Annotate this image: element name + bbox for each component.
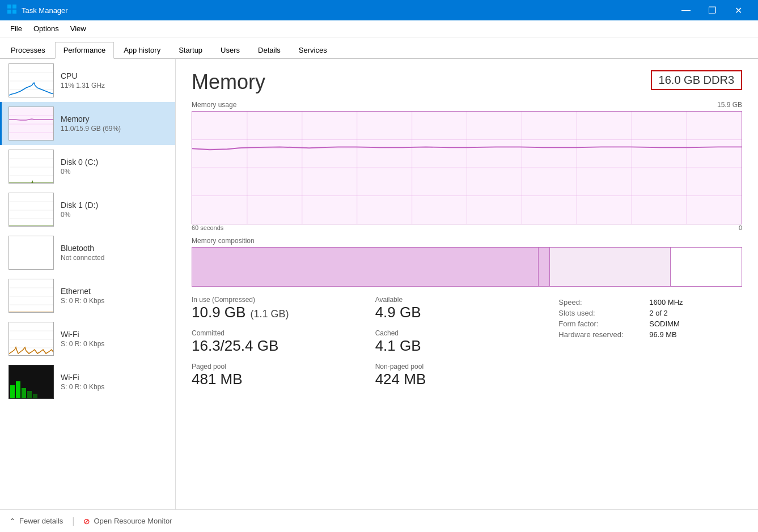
sidebar-item-wifi2[interactable]: Wi-Fi S: 0 R: 0 Kbps [0,360,175,403]
open-monitor-label[interactable]: Open Resource Monitor [94,517,172,525]
memory-usage-section: Memory usage 15.9 GB [192,101,742,231]
bluetooth-thumbnail [9,236,54,270]
svg-rect-12 [9,150,54,184]
stat-paged-label: Paged pool [192,363,375,371]
minimize-button[interactable]: — [673,0,699,20]
sidebar-item-memory[interactable]: Memory 11.0/15.9 GB (69%) [0,102,175,145]
stat-cached-value: 4.1 GB [375,337,559,355]
menu-options[interactable]: Options [28,22,65,35]
tabbar: Processes Performance App history Startu… [0,37,758,59]
detail-speed-key: Speed: [558,298,649,307]
sidebar-item-ethernet[interactable]: Ethernet S: 0 R: 0 Kbps [0,274,175,317]
stat-cached-label: Cached [375,329,559,337]
titlebar: Task Manager — ❐ ✕ [0,0,758,20]
disk0-usage: 0% [61,168,168,176]
wifi1-name: Wi-Fi [61,330,168,339]
detail-slots-key: Slots used: [558,309,649,317]
bluetooth-info: Bluetooth Not connected [61,244,168,262]
disk1-usage: 0% [61,211,168,219]
composition-bar [192,247,742,287]
memory-type-badge: 16.0 GB DDR3 [651,70,742,90]
svg-rect-32 [22,388,26,398]
sidebar-item-disk1[interactable]: Disk 1 (D:) 0% [0,188,175,231]
disk0-thumbnail [9,150,54,184]
detail-form-val: SODIMM [649,320,679,328]
memory-composition-section: Memory composition [192,237,742,287]
chart-max-label: 15.9 GB [717,101,742,109]
stat-inuse: In use (Compressed) 10.9 GB (1.1 GB) [192,296,375,321]
detail-hwreserved-row: Hardware reserved: 96.9 MB [558,330,742,339]
monitor-icon: ⊘ [83,517,90,526]
svg-rect-2 [7,10,11,14]
stat-committed-label: Committed [192,329,375,337]
cpu-info: CPU 11% 1.31 GHz [61,71,168,90]
stat-available-label: Available [375,296,559,304]
svg-rect-34 [33,394,37,398]
detail-panel: Memory 16.0 GB DDR3 Memory usage 15.9 GB [176,59,758,509]
open-resource-monitor-btn[interactable]: ⊘ Open Resource Monitor [83,517,172,526]
disk0-info: Disk 0 (C:) 0% [61,158,168,176]
chart-time-right: 0 [739,224,742,231]
fewer-details-label[interactable]: Fewer details [19,517,63,525]
comp-inuse [192,248,538,286]
svg-rect-33 [27,391,32,398]
stat-available-value: 4.9 GB [375,304,559,321]
disk1-name: Disk 1 (D:) [61,201,168,210]
tab-performance[interactable]: Performance [55,42,114,59]
tab-users[interactable]: Users [212,42,248,58]
ethernet-info: Ethernet S: 0 R: 0 Kbps [61,287,168,305]
memory-usage: 11.0/15.9 GB (69%) [61,125,168,133]
menu-file[interactable]: File [5,22,28,35]
disk1-thumbnail [9,193,54,227]
stats-grid: In use (Compressed) 10.9 GB (1.1 GB) Com… [192,296,742,396]
stat-cached: Cached 4.1 GB [375,329,559,355]
chart-labels: Memory usage 15.9 GB [192,101,742,109]
tab-apphistory[interactable]: App history [115,42,169,58]
wifi2-speed: S: 0 R: 0 Kbps [61,383,168,391]
svg-rect-4 [9,64,54,97]
footer: ⌃ Fewer details | ⊘ Open Resource Monito… [0,509,758,532]
menu-view[interactable]: View [65,22,92,35]
detail-speed-val: 1600 MHz [649,298,683,307]
maximize-button[interactable]: ❐ [699,0,725,20]
comp-standby [549,248,670,286]
svg-rect-25 [9,322,54,356]
sidebar-item-cpu[interactable]: CPU 11% 1.31 GHz [0,59,175,102]
stat-inuse-sub: (1.1 GB) [250,308,289,320]
comp-free [670,248,742,286]
svg-rect-21 [9,279,54,313]
composition-label: Memory composition [192,237,742,245]
tab-services[interactable]: Services [290,42,336,58]
ethernet-speed: S: 0 R: 0 Kbps [61,297,168,305]
close-button[interactable]: ✕ [725,0,751,20]
detail-form-row: Form factor: SODIMM [558,320,742,328]
detail-title: Memory [192,70,265,94]
svg-rect-30 [10,385,15,398]
tab-details[interactable]: Details [249,42,289,58]
memory-usage-chart [192,111,742,224]
memory-thumbnail [9,107,54,141]
main-area: CPU 11% 1.31 GHz Memory 11.0/15.9 GB (69… [0,59,758,509]
stat-inuse-label: In use (Compressed) [192,296,375,304]
bluetooth-name: Bluetooth [61,244,168,253]
sidebar-item-bluetooth[interactable]: Bluetooth Not connected [0,231,175,274]
window-title: Task Manager [22,6,68,15]
cpu-usage: 11% 1.31 GHz [61,82,168,90]
tab-processes[interactable]: Processes [2,42,54,58]
disk1-info: Disk 1 (D:) 0% [61,201,168,219]
detail-slots-row: Slots used: 2 of 2 [558,309,742,317]
stat-nonpaged: Non-paged pool 424 MB [375,363,559,388]
stat-available: Available 4.9 GB [375,296,559,321]
wifi1-info: Wi-Fi S: 0 R: 0 Kbps [61,330,168,348]
sidebar-item-wifi1[interactable]: Wi-Fi S: 0 R: 0 Kbps [0,317,175,360]
sidebar-item-disk0[interactable]: Disk 0 (C:) 0% [0,145,175,188]
disk0-name: Disk 0 (C:) [61,158,168,167]
detail-slots-val: 2 of 2 [649,309,668,317]
menubar: File Options View [0,20,758,37]
svg-rect-16 [9,193,54,227]
stat-nonpaged-label: Non-paged pool [375,363,559,371]
chart-usage-label: Memory usage [192,101,236,109]
tab-startup[interactable]: Startup [170,42,211,58]
stat-nonpaged-value: 424 MB [375,371,559,388]
fewer-details-btn[interactable]: ⌃ Fewer details [9,517,63,526]
